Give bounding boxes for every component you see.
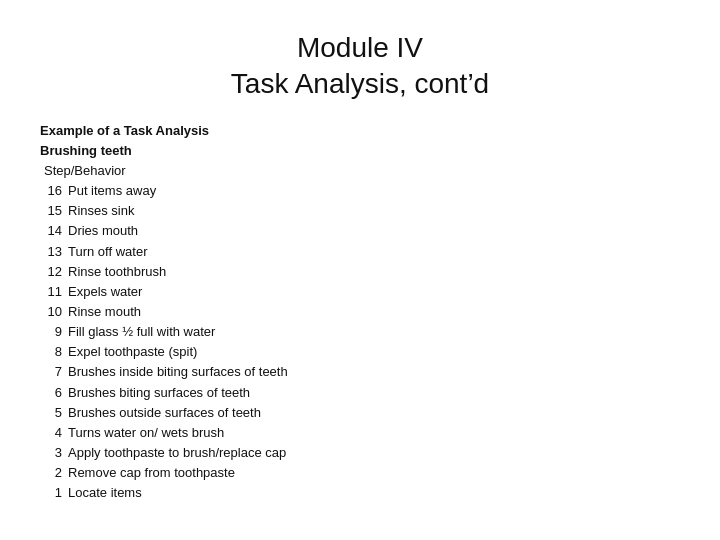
step-number: 6 <box>40 383 62 403</box>
list-item: 14Dries mouth <box>40 221 680 241</box>
list-item: 1Locate items <box>40 483 680 503</box>
step-text: Rinses sink <box>68 201 134 221</box>
section-label: Example of a Task Analysis <box>40 121 680 141</box>
step-number: 5 <box>40 403 62 423</box>
step-number: 3 <box>40 443 62 463</box>
step-number: 16 <box>40 181 62 201</box>
list-item: 13Turn off water <box>40 242 680 262</box>
step-number: 12 <box>40 262 62 282</box>
list-item: 5Brushes outside surfaces of teeth <box>40 403 680 423</box>
list-item: 9Fill glass ½ full with water <box>40 322 680 342</box>
list-item: 8Expel toothpaste (spit) <box>40 342 680 362</box>
step-text: Remove cap from toothpaste <box>68 463 235 483</box>
subsection-label: Brushing teeth <box>40 141 680 161</box>
step-text: Put items away <box>68 181 156 201</box>
steps-list: 16Put items away15Rinses sink14Dries mou… <box>40 181 680 503</box>
step-text: Expel toothpaste (spit) <box>68 342 197 362</box>
list-item: 4Turns water on/ wets brush <box>40 423 680 443</box>
list-item: 3Apply toothpaste to brush/replace cap <box>40 443 680 463</box>
step-text: Dries mouth <box>68 221 138 241</box>
list-item: 15Rinses sink <box>40 201 680 221</box>
step-number: 4 <box>40 423 62 443</box>
step-number: 2 <box>40 463 62 483</box>
list-item: 6Brushes biting surfaces of teeth <box>40 383 680 403</box>
step-number: 15 <box>40 201 62 221</box>
step-text: Brushes biting surfaces of teeth <box>68 383 250 403</box>
title-block: Module IV Task Analysis, cont’d <box>40 30 680 103</box>
list-item: 7Brushes inside biting surfaces of teeth <box>40 362 680 382</box>
step-number: 14 <box>40 221 62 241</box>
list-item: 10Rinse mouth <box>40 302 680 322</box>
step-number: 10 <box>40 302 62 322</box>
title-line1: Module IV <box>40 30 680 66</box>
step-text: Brushes outside surfaces of teeth <box>68 403 261 423</box>
step-text: Fill glass ½ full with water <box>68 322 215 342</box>
list-item: 16Put items away <box>40 181 680 201</box>
step-text: Apply toothpaste to brush/replace cap <box>68 443 286 463</box>
step-number: 1 <box>40 483 62 503</box>
step-text: Brushes inside biting surfaces of teeth <box>68 362 288 382</box>
step-number: 7 <box>40 362 62 382</box>
step-text: Turns water on/ wets brush <box>68 423 224 443</box>
list-item: 2Remove cap from toothpaste <box>40 463 680 483</box>
page: Module IV Task Analysis, cont’d Example … <box>0 0 720 540</box>
step-number: 11 <box>40 282 62 302</box>
content-block: Example of a Task Analysis Brushing teet… <box>40 121 680 504</box>
step-text: Turn off water <box>68 242 147 262</box>
title-line2: Task Analysis, cont’d <box>40 66 680 102</box>
step-text: Expels water <box>68 282 142 302</box>
list-item: 11Expels water <box>40 282 680 302</box>
step-number: 9 <box>40 322 62 342</box>
step-text: Rinse toothbrush <box>68 262 166 282</box>
step-number: 13 <box>40 242 62 262</box>
step-number: 8 <box>40 342 62 362</box>
column-header: Step/Behavior <box>44 161 680 181</box>
step-text: Locate items <box>68 483 142 503</box>
list-item: 12Rinse toothbrush <box>40 262 680 282</box>
step-text: Rinse mouth <box>68 302 141 322</box>
